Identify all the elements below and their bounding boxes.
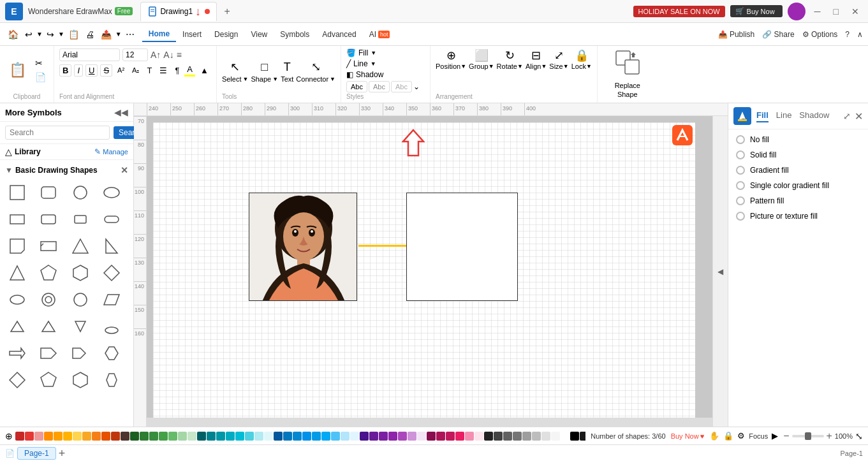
color-swatch[interactable] (570, 432, 579, 441)
close-panel-btn[interactable]: ✕ (855, 110, 863, 122)
rotate-btn[interactable]: Rotate▼ (497, 62, 523, 70)
lock-screen-icon[interactable]: 🔒 (723, 431, 733, 441)
shape-dropdown[interactable]: ▼ (272, 76, 278, 82)
portrait-shape[interactable] (249, 193, 357, 301)
h-scrollbar[interactable] (147, 418, 712, 427)
color-swatch[interactable] (283, 432, 292, 441)
fill-dropdown[interactable]: ▼ (371, 50, 376, 56)
color-swatch[interactable] (216, 432, 225, 441)
expand-panel-icon[interactable]: ⤢ (843, 111, 851, 121)
shape-diamond[interactable] (99, 261, 124, 285)
tab-ai[interactable]: AI hot (363, 27, 397, 41)
color-swatch[interactable] (293, 432, 302, 441)
color-swatch[interactable] (408, 432, 416, 441)
shadow-btn[interactable]: Shadow (356, 70, 383, 79)
color-swatch[interactable] (388, 432, 397, 441)
color-swatch[interactable] (149, 432, 158, 441)
color-swatch[interactable] (321, 432, 330, 441)
shape-small-tri1[interactable] (5, 314, 29, 339)
paste-btn[interactable]: 📋 (5, 61, 30, 80)
replace-shape-label[interactable]: Replace Shape (605, 82, 650, 98)
decrease-font-btn[interactable]: A↓ (163, 50, 173, 60)
shape-pentagon[interactable] (36, 261, 61, 285)
shape-small-tri2[interactable] (36, 314, 61, 339)
color-swatch[interactable] (15, 432, 24, 441)
color-swatch[interactable] (494, 432, 503, 441)
subscript-btn[interactable]: A₂ (129, 66, 142, 75)
align-btn[interactable]: ≡ (177, 50, 182, 60)
shape-triangle[interactable] (68, 234, 92, 258)
empty-shape-box[interactable] (406, 193, 518, 301)
color-swatch[interactable] (34, 432, 43, 441)
focus-btn[interactable]: Focus (749, 432, 768, 440)
maximize-btn[interactable]: □ (830, 5, 842, 18)
shape-diamond2[interactable] (5, 368, 29, 392)
style-chip-2[interactable]: Abc (369, 81, 390, 92)
fit-page-btn[interactable]: ⤡ (855, 431, 863, 441)
zoom-percent[interactable]: 100% (835, 432, 853, 440)
position-btn[interactable]: Position▼ (436, 62, 466, 70)
shape-penta2[interactable] (36, 368, 61, 392)
fill-option-gradient[interactable]: Gradient fill (733, 163, 863, 178)
color-swatch[interactable] (312, 432, 321, 441)
color-swatch[interactable] (331, 432, 340, 441)
color-swatch[interactable] (561, 432, 570, 441)
font-name-input[interactable] (59, 48, 120, 61)
library-chevron[interactable]: △ (5, 147, 12, 157)
fill-option-pattern[interactable]: Pattern fill (733, 193, 863, 209)
shape-snipped[interactable] (5, 234, 29, 258)
shape-tool-section[interactable]: □ Shape ▼ (251, 59, 278, 83)
color-swatch[interactable] (159, 432, 168, 441)
sidebar-collapse-btn[interactable]: ◀◀ (114, 107, 128, 117)
color-swatch[interactable] (436, 432, 445, 441)
add-page-btn[interactable]: + (59, 448, 66, 459)
shape-hexa2[interactable] (68, 368, 92, 392)
fill-option-picture[interactable]: Picture or texture fill (733, 209, 863, 224)
style-chip-1[interactable]: Abc (346, 81, 367, 92)
color-swatch[interactable] (503, 432, 512, 441)
redo-dropdown[interactable]: ▼ (58, 31, 64, 38)
select-tool-section[interactable]: ↖ Select ▼ (222, 59, 249, 83)
shape-oval[interactable] (99, 180, 124, 205)
undo-btn[interactable]: ↩ (22, 28, 35, 41)
color-swatch[interactable] (541, 432, 550, 441)
list-btn[interactable]: ☰ (157, 65, 170, 76)
color-swatch[interactable] (245, 432, 254, 441)
color-swatch[interactable] (235, 432, 244, 441)
shape-small-tri3[interactable] (68, 314, 92, 339)
minimize-btn[interactable]: ─ (811, 5, 825, 18)
shape-arrow-right[interactable] (5, 341, 29, 365)
add-tab-btn[interactable]: + (219, 4, 235, 19)
color-swatch[interactable] (522, 432, 531, 441)
shape-rounded-rect2[interactable] (36, 207, 61, 231)
color-swatch[interactable] (302, 432, 311, 441)
para-btn[interactable]: ¶ (172, 65, 182, 76)
color-swatch[interactable] (513, 432, 522, 441)
color-swatch[interactable] (73, 432, 82, 441)
superscript-btn[interactable]: A² (115, 66, 127, 75)
sidebar-search-input[interactable] (5, 126, 110, 140)
color-swatch[interactable] (140, 432, 149, 441)
close-btn[interactable]: ✕ (848, 5, 863, 18)
shape-banner[interactable] (36, 234, 61, 258)
color-swatch[interactable] (455, 432, 464, 441)
shape-pill[interactable] (99, 207, 124, 231)
color-swatch[interactable] (427, 432, 436, 441)
select-dropdown[interactable]: ▼ (242, 76, 248, 82)
color-swatch[interactable] (465, 432, 474, 441)
zoom-slider-thumb[interactable] (805, 432, 811, 440)
fill-option-single-gradient[interactable]: Single color gradient fill (733, 178, 863, 193)
color-swatch[interactable] (188, 432, 196, 441)
undo-dropdown[interactable]: ▼ (36, 31, 43, 38)
color-swatch[interactable] (207, 432, 216, 441)
connector-tool-section[interactable]: ⤡ Connector ▼ (296, 59, 335, 83)
shape-triangle2[interactable] (5, 261, 29, 285)
tab-view[interactable]: View (244, 27, 274, 41)
strikethrough-btn[interactable]: S (100, 64, 112, 77)
toggle-sidebar-btn[interactable]: 📋 (66, 28, 82, 41)
export-btn[interactable]: 📤 (98, 28, 114, 41)
shape-stadium[interactable] (99, 314, 124, 339)
canvas-scroll[interactable] (147, 116, 712, 427)
color-swatch[interactable] (44, 432, 53, 441)
shape-hexa3[interactable] (99, 368, 124, 392)
